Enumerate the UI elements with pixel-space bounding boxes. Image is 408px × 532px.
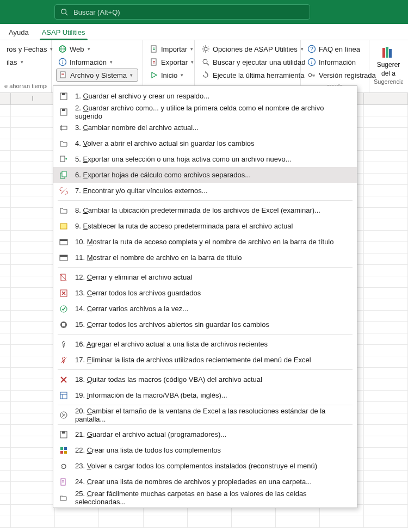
import-icon <box>150 45 158 53</box>
menu-item-6[interactable]: 6. Exportar hojas de cálculo como archiv… <box>53 167 357 183</box>
menu-item-14[interactable]: 14. Cerrar varios archivos a la vez... <box>53 301 357 317</box>
col-header-I[interactable]: I <box>11 93 55 104</box>
svg-rect-60 <box>60 392 67 399</box>
menu-item-7[interactable]: 7. Encontrar y/o quitar vínculos externo… <box>53 183 357 199</box>
ribbon-item-info2[interactable]: i Información <box>305 55 364 69</box>
ribbon-item-importar[interactable]: Importar▾ <box>147 42 190 55</box>
chevron-down-icon: ▾ <box>21 59 23 65</box>
menu-item-24[interactable]: 24. Crear una lista de nombres de archiv… <box>53 474 357 490</box>
menu-item-23[interactable]: 23. Volver a cargar todos los complement… <box>53 458 357 474</box>
ribbon-item-exportar[interactable]: Exportar▾ <box>147 55 190 69</box>
ribbon-item-ultima-herramienta[interactable]: Ejecute la última herramienta <box>199 69 296 82</box>
svg-rect-31 <box>382 48 385 58</box>
menu-item-13[interactable]: 13. Cerrar todos los archivos guardados <box>53 285 357 301</box>
ribbon-item-archivo-sistema[interactable]: Archivo y Sistema▾ <box>56 69 138 82</box>
menu-item-12[interactable]: 12. Cerrar y eliminar el archivo actual <box>53 269 357 285</box>
menu-separator <box>58 200 353 201</box>
svg-text:i: i <box>62 59 64 65</box>
menu-item-11[interactable]: 11. Mostrar el nombre de archivo en la b… <box>53 250 357 265</box>
ribbon-group-web: Web▾ i Información▾ Archivo y Sistema▾ <box>52 40 143 92</box>
menu-item-17[interactable]: 17. Eliminar la lista de archivos utiliz… <box>53 352 357 368</box>
ribbon-item-sugerencias[interactable]: Sugerer del a <box>374 42 403 77</box>
stop-icon <box>59 320 69 330</box>
menu-item-20[interactable]: 20. Cambiar el tamaño de la ventana de E… <box>53 407 357 423</box>
file-system-icon <box>59 71 67 79</box>
menu-item-8[interactable]: 8. Cambiar la ubicación predeterminada d… <box>53 202 357 218</box>
info-icon: i <box>307 58 316 66</box>
menu-item-10[interactable]: 10. Mostrar la ruta de acceso completa y… <box>53 234 357 250</box>
resize-icon <box>59 410 69 420</box>
menu-separator <box>58 267 353 268</box>
unpin-icon <box>59 355 69 365</box>
svg-line-19 <box>207 51 208 52</box>
svg-rect-66 <box>60 447 63 450</box>
ribbon-item-inicio[interactable]: Inicio▾ <box>147 69 190 82</box>
svg-point-22 <box>203 59 207 64</box>
menu-separator <box>58 424 353 425</box>
chevron-down-icon: ▾ <box>130 72 133 78</box>
menu-item-18[interactable]: 18. Quitar todas las macros (código VBA)… <box>53 372 357 387</box>
chevron-down-icon: ▾ <box>110 59 113 65</box>
links-icon <box>59 186 69 196</box>
svg-rect-40 <box>60 156 65 162</box>
ribbon-item-version[interactable]: Versión registrada <box>305 69 364 82</box>
tab-asap-utilities[interactable]: ASAP Utilities <box>35 25 92 40</box>
svg-line-57 <box>61 357 66 363</box>
menu-item-16[interactable]: 16. Agregar el archivo actual a una list… <box>53 336 357 352</box>
svg-line-21 <box>207 46 208 47</box>
menu-item-3[interactable]: 3. Cambiar nombre del archivo actual... <box>53 120 357 135</box>
pin-icon <box>59 339 69 349</box>
svg-point-28 <box>308 73 312 77</box>
menu-item-1[interactable]: 1. Guardar el archivo y crear un respald… <box>53 88 357 104</box>
menu-item-21[interactable]: 21. Guardar el archivo actual (programad… <box>53 426 357 442</box>
ribbon-group-left-cut: ros y Fechas▾ ilas▾ e ahorran tiempo <box>0 40 52 92</box>
svg-rect-56 <box>62 323 65 326</box>
search-icon <box>201 58 210 66</box>
svg-rect-9 <box>61 74 64 75</box>
group-label-sugerencias: Sugerencia <box>374 78 403 87</box>
menu-item-15[interactable]: 15. Cerrar todos los archivos abiertos s… <box>53 317 357 332</box>
svg-line-1 <box>66 14 68 16</box>
ribbon-item-fechas[interactable]: ros y Fechas▾ <box>4 42 47 55</box>
menu-item-4[interactable]: 4. Volver a abrir el archivo actual sin … <box>53 135 357 151</box>
svg-rect-32 <box>386 47 388 58</box>
menu-item-19[interactable]: 19. Información de la macro/VBA (beta, i… <box>53 387 357 403</box>
menu-separator <box>58 369 353 370</box>
title-bar: Buscar (Alt+Q) <box>0 0 408 24</box>
globe-icon <box>58 45 67 53</box>
export-icon <box>150 58 158 66</box>
macro-info-icon <box>59 391 69 400</box>
ribbon-item-faq[interactable]: ? FAQ en línea <box>305 42 364 55</box>
svg-rect-65 <box>62 431 65 434</box>
ribbon-item-web[interactable]: Web▾ <box>56 42 138 55</box>
export-sheets-icon <box>59 170 69 180</box>
menu-item-22[interactable]: 22. Crear una lista de todos los complem… <box>53 442 357 458</box>
menu-item-9[interactable]: 9. Establecer la ruta de acceso predeter… <box>53 218 357 234</box>
svg-rect-69 <box>64 451 67 454</box>
ribbon-item-opciones[interactable]: Opciones de ASAP Utilities▾ <box>199 42 296 55</box>
svg-rect-48 <box>60 255 67 257</box>
chevron-down-icon: ▾ <box>190 46 193 52</box>
search-icon <box>60 8 68 16</box>
menu-item-25[interactable]: 25. Crear fácilmente muchas carpetas en … <box>53 490 357 505</box>
tab-ayuda[interactable]: Ayuda <box>2 25 35 40</box>
svg-rect-33 <box>389 49 392 58</box>
menu-item-5[interactable]: 5. Exportar una selección o una hoja act… <box>53 151 357 167</box>
svg-line-18 <box>203 46 204 47</box>
play-icon <box>150 71 158 79</box>
svg-rect-46 <box>60 239 67 241</box>
titlebar-path-icon <box>59 237 69 247</box>
menu-item-2[interactable]: 2. Guardar archivo como... y utilice la … <box>53 104 357 120</box>
remove-macro-icon <box>59 375 69 385</box>
ribbon-item-buscar-utilidad[interactable]: Buscar y ejecutar una utilidad <box>199 55 296 69</box>
svg-point-0 <box>61 9 66 14</box>
chevron-down-icon: ▾ <box>181 72 183 78</box>
titlebar-name-icon <box>59 253 69 263</box>
svg-text:?: ? <box>310 46 313 52</box>
ribbon-item-filas[interactable]: ilas▾ <box>4 55 47 69</box>
ribbon-item-informacion[interactable]: i Información▾ <box>56 55 138 69</box>
svg-point-13 <box>204 47 207 51</box>
svg-rect-8 <box>61 73 64 73</box>
search-box[interactable]: Buscar (Alt+Q) <box>54 4 310 20</box>
folder-icon <box>59 139 69 149</box>
